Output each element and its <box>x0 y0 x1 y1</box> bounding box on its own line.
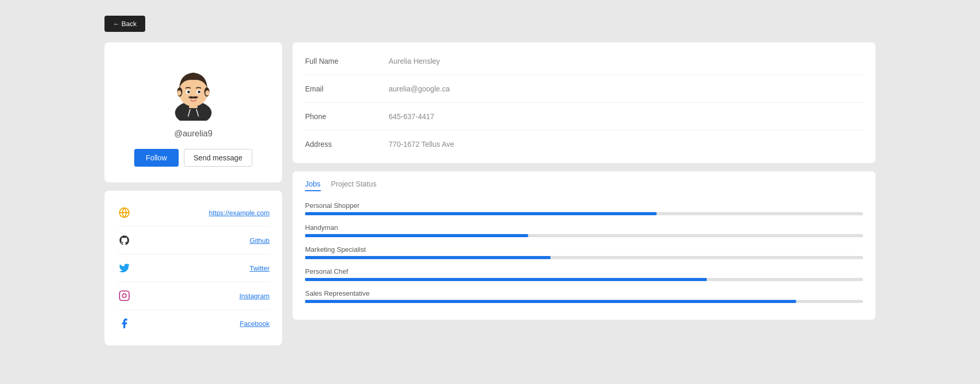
progress-bar-fill <box>305 278 707 281</box>
progress-bar-fill <box>305 300 796 303</box>
follow-button[interactable]: Follow <box>134 149 178 167</box>
info-row-address: Address 770-1672 Tellus Ave <box>305 131 863 158</box>
social-card: https://example.com Github Twitter <box>104 191 282 345</box>
job-item: Personal Chef <box>305 267 863 281</box>
tab-project-status[interactable]: Project Status <box>331 180 377 191</box>
info-label-phone: Phone <box>305 112 389 121</box>
info-card: Full Name Aurelia Hensley Email aurelia@… <box>293 42 876 163</box>
tab-jobs[interactable]: Jobs <box>305 180 321 191</box>
info-value-fullname: Aurelia Hensley <box>389 57 440 65</box>
info-label-email: Email <box>305 85 389 93</box>
info-label-fullname: Full Name <box>305 57 389 65</box>
tabs: Jobs Project Status <box>305 180 863 191</box>
svg-rect-14 <box>120 291 129 300</box>
github-link[interactable]: Github <box>250 237 270 245</box>
avatar-svg <box>162 58 225 121</box>
globe-icon <box>117 205 132 220</box>
facebook-link[interactable]: Facebook <box>240 320 270 328</box>
instagram-icon <box>117 288 132 303</box>
job-name: Handyman <box>305 224 863 231</box>
jobs-list: Personal Shopper Handyman Marketing Spec… <box>305 202 863 303</box>
facebook-icon <box>117 316 132 331</box>
info-row-phone: Phone 645-637-4417 <box>305 103 863 131</box>
avatar <box>162 58 225 121</box>
action-buttons: Follow Send message <box>134 149 252 167</box>
social-row-instagram: Instagram <box>117 282 270 310</box>
progress-bar-background <box>305 300 863 303</box>
social-row-twitter: Twitter <box>117 254 270 282</box>
left-column: @aurelia9 Follow Send message https://ex… <box>104 42 282 345</box>
job-name: Personal Chef <box>305 267 863 275</box>
send-message-button[interactable]: Send message <box>184 149 252 167</box>
job-item: Handyman <box>305 224 863 237</box>
job-item: Sales Representative <box>305 289 863 303</box>
progress-bar-fill <box>305 212 657 215</box>
github-icon <box>117 233 132 248</box>
progress-bar-background <box>305 278 863 281</box>
jobs-card: Jobs Project Status Personal Shopper Han… <box>293 171 876 320</box>
progress-bar-fill <box>305 234 528 237</box>
job-item: Personal Shopper <box>305 202 863 215</box>
info-value-address: 770-1672 Tellus Ave <box>389 140 454 148</box>
right-column: Full Name Aurelia Hensley Email aurelia@… <box>293 42 876 320</box>
svg-point-8 <box>205 90 209 96</box>
info-row-email: Email aurelia@google.ca <box>305 75 863 103</box>
progress-bar-background <box>305 256 863 259</box>
profile-card: @aurelia9 Follow Send message <box>104 42 282 182</box>
svg-point-12 <box>198 91 201 94</box>
website-link[interactable]: https://example.com <box>209 209 270 217</box>
main-layout: @aurelia9 Follow Send message https://ex… <box>104 42 876 345</box>
twitter-icon <box>117 261 132 275</box>
progress-bar-fill <box>305 256 551 259</box>
job-item: Marketing Specialist <box>305 246 863 259</box>
progress-bar-background <box>305 234 863 237</box>
info-value-email: aurelia@google.ca <box>389 85 450 93</box>
info-value-phone: 645-637-4417 <box>389 112 434 121</box>
info-label-address: Address <box>305 140 389 148</box>
instagram-link[interactable]: Instagram <box>239 292 270 300</box>
social-row-facebook: Facebook <box>117 310 270 337</box>
username: @aurelia9 <box>174 129 212 138</box>
twitter-link[interactable]: Twitter <box>250 264 270 272</box>
svg-point-7 <box>177 90 181 96</box>
info-row-fullname: Full Name Aurelia Hensley <box>305 48 863 75</box>
job-name: Personal Shopper <box>305 202 863 210</box>
svg-point-11 <box>188 91 190 94</box>
social-row-github: Github <box>117 227 270 254</box>
social-row-website: https://example.com <box>117 199 270 227</box>
back-button[interactable]: ← Back <box>104 16 145 32</box>
job-name: Sales Representative <box>305 289 863 297</box>
progress-bar-background <box>305 212 863 215</box>
job-name: Marketing Specialist <box>305 246 863 253</box>
